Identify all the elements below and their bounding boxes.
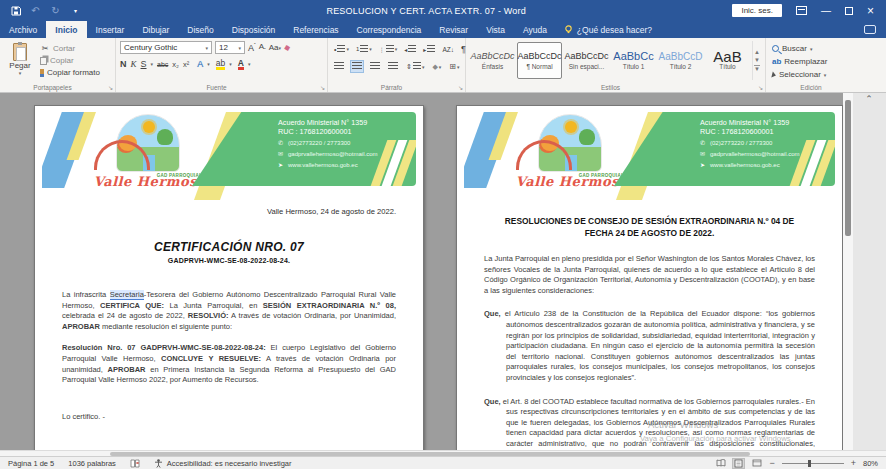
collapse-ribbon-icon[interactable]: ⌃ xyxy=(861,95,877,105)
format-painter-button[interactable]: Copiar formato xyxy=(38,67,102,78)
style--normal[interactable]: AaBbCcDc¶ Normal xyxy=(517,42,562,79)
tab-dibujar[interactable]: Dibujar xyxy=(133,21,178,38)
cut-button[interactable]: ✂Cortar xyxy=(38,43,102,54)
ribbon-tab-row: ArchivoInicioInsertarDibujarDiseñoDispos… xyxy=(0,21,886,38)
tab-disposicion[interactable]: Disposición xyxy=(223,21,284,38)
tab-insertar[interactable]: Insertar xyxy=(87,21,134,38)
ruc-line: RUC : 1768120600001 xyxy=(278,128,406,137)
zoom-out-icon[interactable]: − xyxy=(769,459,774,468)
copy-icon xyxy=(40,57,47,65)
styles-scroll-down-icon[interactable]: ▼ xyxy=(754,57,760,63)
minimize-button[interactable]: — xyxy=(821,6,831,16)
tab-diseno[interactable]: Diseño xyxy=(178,21,222,38)
multilevel-list-icon[interactable]: ⋮▾ xyxy=(377,43,400,56)
styles-dialog-launcher-icon[interactable]: ↘ xyxy=(758,84,763,91)
bullets-icon[interactable]: •▾ xyxy=(332,43,351,56)
superscript-button[interactable]: x² xyxy=(183,60,189,69)
restore-button[interactable] xyxy=(845,7,853,15)
sort-icon[interactable]: AZ↓ xyxy=(440,44,456,55)
qat-customize-icon[interactable]: ▾ xyxy=(70,5,81,16)
clear-formatting-icon[interactable]: ◆ xyxy=(283,42,291,52)
close-button[interactable]: × xyxy=(867,6,874,16)
zoom-slider[interactable] xyxy=(782,463,844,464)
change-case-icon[interactable]: Aa▾ xyxy=(269,43,281,52)
style-sin-espaci-[interactable]: AaBbCcDcSin espaci... xyxy=(564,42,609,79)
paragraph-dialog-launcher-icon[interactable]: ↘ xyxy=(458,84,463,91)
style-t-tulo[interactable]: AaBTítulo xyxy=(705,42,750,79)
proofing-errors-icon[interactable] xyxy=(130,459,140,468)
zoom-in-icon[interactable]: + xyxy=(851,459,856,468)
page-indicator[interactable]: Página 1 de 5 xyxy=(8,459,54,468)
decrease-indent-icon[interactable]: ◂ xyxy=(402,43,418,56)
letterhead: GAD PARROQUIAL Valle Hermoso Acuerdo Min… xyxy=(42,112,416,200)
increase-indent-icon[interactable]: ▸ xyxy=(421,43,437,56)
font-dialog-launcher-icon[interactable]: ↘ xyxy=(320,84,325,91)
tab-referencias[interactable]: Referencias xyxy=(284,21,347,38)
accessibility-icon xyxy=(154,459,163,468)
phone-icon: ✆ xyxy=(278,139,284,148)
font-name-combo[interactable]: Century Gothic▾ xyxy=(120,41,212,54)
comments-icon[interactable] xyxy=(864,25,876,34)
sign-in-button[interactable]: Inic. ses. xyxy=(732,4,782,17)
shrink-font-icon[interactable]: Aˇ xyxy=(259,42,266,53)
styles-more-icon[interactable]: ▼ xyxy=(754,65,760,72)
zoom-slider-knob[interactable] xyxy=(808,460,811,467)
align-right-icon[interactable] xyxy=(368,60,382,73)
email-line: ✉gadprvallehermoso@hotmail.com xyxy=(700,150,825,159)
styles-scroll-up-icon[interactable]: ▲ xyxy=(754,49,760,55)
justify-icon[interactable] xyxy=(386,60,400,73)
letterhead: GAD PARROQUIAL Valle Hermoso Acuerdo Min… xyxy=(464,112,835,200)
tab-ayuda[interactable]: Ayuda xyxy=(514,21,556,38)
font-size-combo[interactable]: 12▾ xyxy=(215,41,245,54)
email-line: ✉gadprvallehermoso@hotmail.com xyxy=(278,150,406,159)
accessibility-status[interactable]: Accesibilidad: es necesario investigar xyxy=(154,459,292,468)
envelope-icon: ✉ xyxy=(278,150,284,159)
replace-button[interactable]: abReemplazar xyxy=(770,56,829,67)
align-center-icon[interactable] xyxy=(350,60,364,73)
borders-icon[interactable]: ⊞▾ xyxy=(447,60,461,73)
redo-icon[interactable]: ↻ xyxy=(50,5,61,16)
page-1[interactable]: GAD PARROQUIAL Valle Hermoso Acuerdo Min… xyxy=(34,105,424,450)
vertical-scrollbar-thumb[interactable] xyxy=(845,100,851,236)
style-t-tulo-1[interactable]: AaBbCcTítulo 1 xyxy=(611,42,656,79)
page-2[interactable]: GAD PARROQUIAL Valle Hermoso Acuerdo Min… xyxy=(456,105,843,450)
clipboard-dialog-launcher-icon[interactable]: ↘ xyxy=(108,84,113,91)
web-layout-icon[interactable] xyxy=(751,459,762,468)
text-effects-icon[interactable]: A xyxy=(197,59,203,69)
numbering-icon[interactable]: 1▾ xyxy=(354,43,374,56)
tab-archivo[interactable]: Archivo xyxy=(0,21,46,38)
font-color-icon[interactable]: A xyxy=(238,59,244,70)
subscript-button[interactable]: x₂ xyxy=(172,60,179,69)
word-count[interactable]: 1036 palabras xyxy=(68,459,116,468)
print-layout-icon[interactable] xyxy=(733,459,744,468)
read-mode-icon[interactable] xyxy=(715,459,726,468)
tell-me-box[interactable]: ¿Qué desea hacer? xyxy=(556,21,660,38)
italic-button[interactable]: K xyxy=(131,59,137,69)
strikethrough-button[interactable]: abc xyxy=(157,61,168,68)
ribbon-display-options-icon[interactable] xyxy=(796,6,807,15)
bold-button[interactable]: N xyxy=(120,59,127,69)
select-button[interactable]: Seleccionar▾ xyxy=(770,69,829,80)
vertical-scrollbar[interactable] xyxy=(843,93,853,450)
tab-revisar[interactable]: Revisar xyxy=(430,21,477,38)
align-left-icon[interactable] xyxy=(332,60,346,73)
tab-inicio[interactable]: Inicio xyxy=(46,21,86,38)
copy-button[interactable]: Copiar xyxy=(38,55,102,66)
paste-button[interactable]: Pegar ▾ xyxy=(4,41,36,80)
undo-icon[interactable]: ↶ xyxy=(30,5,41,16)
style-t-tulo-2[interactable]: AaBbCcDTítulo 2 xyxy=(658,42,703,79)
tab-vista[interactable]: Vista xyxy=(477,21,514,38)
paragraph: La Junta Parroquial en pleno presidida p… xyxy=(484,254,815,296)
document-canvas[interactable]: GAD PARROQUIAL Valle Hermoso Acuerdo Min… xyxy=(0,93,853,450)
highlight-color-icon[interactable]: ab xyxy=(216,59,225,70)
grow-font-icon[interactable]: Aˆ xyxy=(248,42,256,53)
zoom-level[interactable]: 80% xyxy=(863,459,878,468)
find-button[interactable]: Buscar▾ xyxy=(770,43,829,54)
group-editing: Buscar▾ abReemplazar Seleccionar▾ Edició… xyxy=(766,38,866,92)
shading-icon[interactable]: ◆▾ xyxy=(430,61,443,73)
tab-correspondencia[interactable]: Correspondencia xyxy=(348,21,431,38)
line-spacing-icon[interactable]: ⇕▾ xyxy=(404,60,426,73)
style--nfasis[interactable]: AaBbCcDcÉnfasis xyxy=(470,42,515,79)
save-icon[interactable] xyxy=(10,5,21,16)
underline-button[interactable]: S xyxy=(141,59,147,69)
